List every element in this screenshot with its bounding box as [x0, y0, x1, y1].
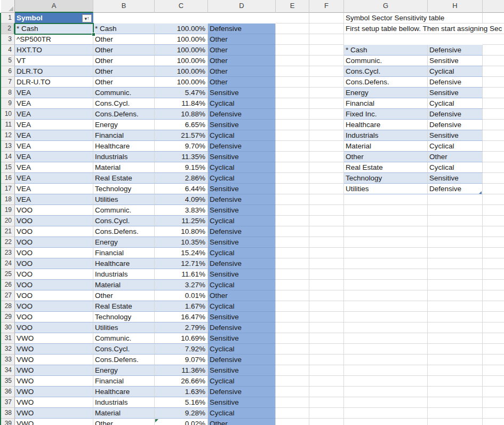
cell-H29[interactable]: [428, 312, 483, 322]
cell-E29[interactable]: [276, 312, 309, 322]
cell-F14[interactable]: [309, 152, 344, 162]
cell-I10[interactable]: [483, 109, 504, 120]
row-header-18[interactable]: 18: [1, 194, 15, 205]
row-header-23[interactable]: 23: [1, 248, 15, 258]
cell-H19[interactable]: [428, 205, 483, 216]
cell-B18[interactable]: Utilities: [93, 194, 155, 205]
cell-F34[interactable]: [309, 365, 344, 376]
cell-G18[interactable]: [344, 194, 428, 205]
cell-H33[interactable]: [428, 355, 483, 365]
cell-H4[interactable]: Defensive: [428, 45, 483, 56]
cell-E7[interactable]: [276, 77, 309, 88]
cell-G34[interactable]: [344, 365, 428, 376]
cell-E2[interactable]: [276, 23, 309, 34]
cell-F28[interactable]: [309, 301, 344, 312]
sort-asc-filter-icon[interactable]: ▾↑: [82, 14, 92, 22]
cell-H34[interactable]: [428, 365, 483, 376]
cell-H12[interactable]: Sensitive: [428, 130, 483, 141]
cell-D11[interactable]: Sensitive: [208, 120, 276, 130]
cell-G5[interactable]: Communic.: [344, 56, 428, 66]
row-header-13[interactable]: 13: [1, 141, 15, 152]
cell-D16[interactable]: Cyclical: [208, 173, 276, 184]
cell-D4[interactable]: Other: [208, 45, 276, 56]
cell-A21[interactable]: VOO: [15, 226, 93, 237]
cell-I37[interactable]: [483, 397, 504, 408]
cell-G28[interactable]: [344, 301, 428, 312]
cell-B16[interactable]: Real Estate: [93, 173, 155, 184]
cell-B4[interactable]: Other: [93, 45, 155, 56]
cell-C5[interactable]: 100.00%: [155, 56, 208, 66]
cell-A11[interactable]: VEA: [15, 120, 93, 130]
cell-E22[interactable]: [276, 237, 309, 248]
cell-G20[interactable]: [344, 216, 428, 226]
cell-D27[interactable]: Other: [208, 290, 276, 301]
cell-F33[interactable]: [309, 355, 344, 365]
cell-C23[interactable]: 15.24%: [155, 248, 208, 258]
cell-E17[interactable]: [276, 184, 309, 194]
cell-B38[interactable]: Material: [93, 408, 155, 419]
cell-F4[interactable]: [309, 45, 344, 56]
cell-H16[interactable]: Sensitive: [428, 173, 483, 184]
cell-H35[interactable]: [428, 376, 483, 387]
cell-E38[interactable]: [276, 408, 309, 419]
cell-E15[interactable]: [276, 162, 309, 173]
cell-H24[interactable]: [428, 258, 483, 269]
column-header-D[interactable]: D: [208, 0, 276, 13]
cell-E14[interactable]: [276, 152, 309, 162]
cell-B28[interactable]: Real Estate: [93, 301, 155, 312]
cell-B13[interactable]: Healthcare: [93, 141, 155, 152]
column-header-partial[interactable]: [483, 0, 504, 13]
cell-A22[interactable]: VOO: [15, 237, 93, 248]
cell-F3[interactable]: [309, 34, 344, 45]
cell-F31[interactable]: [309, 333, 344, 344]
cell-E33[interactable]: [276, 355, 309, 365]
cell-B37[interactable]: Industrials: [93, 397, 155, 408]
cell-H17[interactable]: Defensive: [428, 184, 483, 194]
cell-I5[interactable]: [483, 56, 504, 66]
row-header-8[interactable]: 8: [1, 88, 15, 98]
cell-H37[interactable]: [428, 397, 483, 408]
column-header-H[interactable]: H: [428, 0, 483, 13]
row-header-10[interactable]: 10: [1, 109, 15, 120]
cell-A24[interactable]: VOO: [15, 258, 93, 269]
row-header-25[interactable]: 25: [1, 269, 15, 280]
cell-C33[interactable]: 9.07%: [155, 355, 208, 365]
cell-B22[interactable]: Energy: [93, 237, 155, 248]
cell-B33[interactable]: Cons.Defens.: [93, 355, 155, 365]
cell-B12[interactable]: Financial: [93, 130, 155, 141]
cell-D3[interactable]: Other: [208, 34, 276, 45]
cell-D38[interactable]: Cyclical: [208, 408, 276, 419]
cell-I33[interactable]: [483, 355, 504, 365]
cell-I27[interactable]: [483, 290, 504, 301]
row-header-16[interactable]: 16: [1, 173, 15, 184]
cell-F19[interactable]: [309, 205, 344, 216]
cell-G13[interactable]: Material: [344, 141, 428, 152]
cell-D24[interactable]: Defensive: [208, 258, 276, 269]
cell-D25[interactable]: Sensitive: [208, 269, 276, 280]
cell-C13[interactable]: 9.70%: [155, 141, 208, 152]
cell-D23[interactable]: Cyclical: [208, 248, 276, 258]
cell-F20[interactable]: [309, 216, 344, 226]
cell-D13[interactable]: Defensive: [208, 141, 276, 152]
cell-I7[interactable]: [483, 77, 504, 88]
cell-A17[interactable]: VEA: [15, 184, 93, 194]
cell-G33[interactable]: [344, 355, 428, 365]
cell-C34[interactable]: 11.36%: [155, 365, 208, 376]
cell-H28[interactable]: [428, 301, 483, 312]
column-header-A[interactable]: A: [15, 0, 93, 13]
row-header-26[interactable]: 26: [1, 280, 15, 290]
cell-A39[interactable]: VWO: [15, 419, 93, 425]
column-header-G[interactable]: G: [344, 0, 428, 13]
row-header-9[interactable]: 9: [1, 98, 15, 109]
cell-D6[interactable]: Other: [208, 66, 276, 77]
cell-B39[interactable]: Other: [93, 419, 155, 425]
cell-C17[interactable]: 6.44%: [155, 184, 208, 194]
cell-I17[interactable]: [483, 184, 504, 194]
cell-C3[interactable]: 100.00%: [155, 34, 208, 45]
row-header-20[interactable]: 20: [1, 216, 15, 226]
cell-G23[interactable]: [344, 248, 428, 258]
cell-A5[interactable]: VT: [15, 56, 93, 66]
cell-D26[interactable]: Cyclical: [208, 280, 276, 290]
cell-E18[interactable]: [276, 194, 309, 205]
cell-E5[interactable]: [276, 56, 309, 66]
